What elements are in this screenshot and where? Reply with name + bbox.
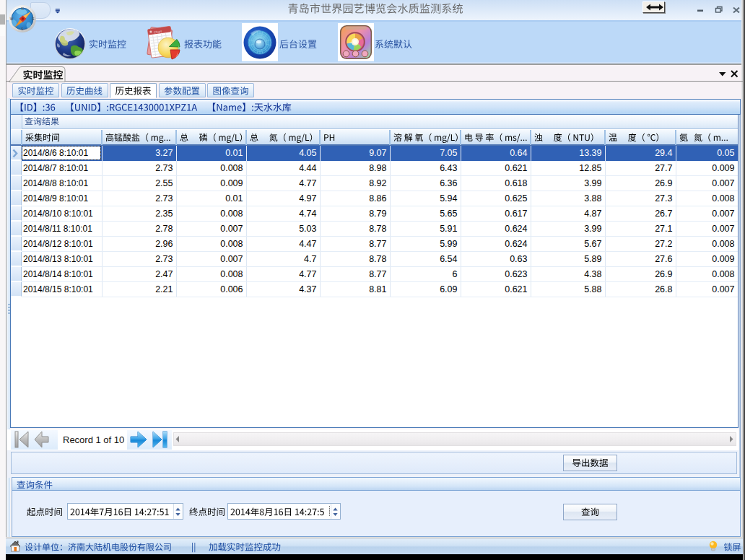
svg-text:W: W (10, 17, 14, 21)
svg-text:N: N (21, 6, 24, 11)
